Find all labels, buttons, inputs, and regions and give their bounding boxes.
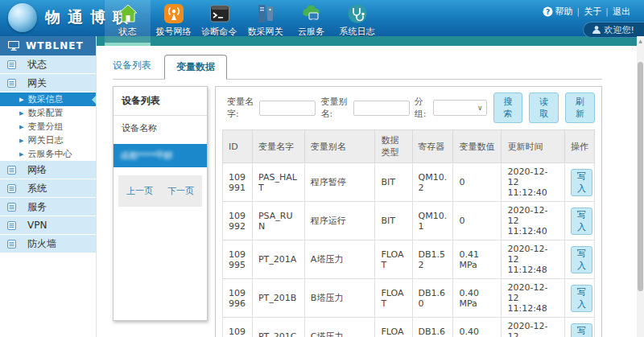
nav-item-拨号网络[interactable]: 拨号网络 <box>151 0 196 46</box>
search-button[interactable]: 搜索 <box>493 92 523 123</box>
sidebar-item-数采配置[interactable]: ▶数采配置 <box>0 106 96 120</box>
write-button[interactable]: 写入 <box>571 285 592 312</box>
column-header: 数据类型 <box>375 130 412 163</box>
table-cell: 109995 <box>223 240 253 279</box>
table-cell-action: 写入 <box>564 202 594 240</box>
sidebar-item-服务[interactable]: 服务 <box>0 198 96 216</box>
sidebar-item-label: VPN <box>27 220 47 231</box>
table-header-row: ID变量名字变量别名数据类型寄存器变量数值更新时间操作 <box>223 130 595 163</box>
table-cell-action: 写入 <box>564 318 594 337</box>
sidebar-item-label: 数采信息 <box>27 93 63 105</box>
refresh-button[interactable]: 刷新 <box>565 92 595 123</box>
link-separator: | <box>577 6 580 17</box>
column-header: 寄存器 <box>412 130 453 163</box>
signal-icon <box>163 3 184 24</box>
group-label: 分组: <box>415 96 431 120</box>
logout-link[interactable]: 退出 <box>613 6 630 18</box>
column-header: 变量别名 <box>304 130 375 163</box>
column-header: 操作 <box>564 130 594 163</box>
table-row: 109997PT_201CC塔压力FLOATDB1.680.40 MPa2020… <box>223 318 595 337</box>
welcome-text: 欢迎您! <box>605 24 634 36</box>
nav-item-系统日志[interactable]: 系统日志 <box>334 0 380 46</box>
nav-item-label: 状态 <box>119 26 137 38</box>
table-cell: BIT <box>375 163 412 202</box>
nav-item-云服务[interactable]: 云服务 <box>288 0 334 46</box>
table-cell: DB1.52 <box>412 240 453 279</box>
nav-item-状态[interactable]: 状态 <box>105 0 151 46</box>
document-icon <box>7 184 22 193</box>
group-select[interactable]: ∨ <box>433 100 486 116</box>
sidebar-item-label: 防火墙 <box>27 237 56 251</box>
read-button[interactable]: 读取 <box>529 92 559 123</box>
write-button[interactable]: 写入 <box>571 208 592 235</box>
nav-item-数采网关[interactable]: 数采网关 <box>242 0 288 46</box>
help-link[interactable]: ? 帮助 <box>543 6 573 18</box>
tab-variable-data[interactable]: 变量数据 <box>164 55 227 80</box>
write-button[interactable]: 写入 <box>571 169 592 196</box>
nav-item-label: 数采网关 <box>248 26 283 38</box>
sidebar-item-防火墙[interactable]: 防火墙 <box>0 235 96 253</box>
vertical-scrollbar[interactable]: ▲ <box>637 36 644 337</box>
nav-item-label: 系统日志 <box>340 26 375 38</box>
write-button[interactable]: 写入 <box>571 246 592 273</box>
sidebar-item-label: 数采配置 <box>27 107 63 119</box>
scrollbar-thumb[interactable] <box>638 62 643 291</box>
chevron-down-icon: ∨ <box>477 104 483 112</box>
filter-row: 变量名字: 变量别名: 分组: ∨ 搜索 读取 刷新 <box>216 87 601 128</box>
device-next-page-link[interactable]: 下一页 <box>167 185 194 197</box>
sidebar-item-系统[interactable]: 系统 <box>0 179 96 198</box>
column-header: 变量名字 <box>252 130 304 163</box>
cloud-icon <box>301 3 322 24</box>
table-cell: BIT <box>375 202 412 240</box>
sidebar-items: 状态网关▶数采信息▶数采配置▶变量分组▶网关日志▶云服务中心网络系统服务VPN防… <box>0 55 96 253</box>
nav-item-label: 拨号网络 <box>156 26 192 38</box>
server-icon <box>255 3 276 24</box>
document-icon <box>7 240 22 249</box>
triangle-right-icon: ▶ <box>19 151 23 158</box>
table-cell: DB1.60 <box>412 279 453 318</box>
link-separator: | <box>605 6 609 17</box>
tab-device-list[interactable]: 设备列表 <box>113 59 156 79</box>
table-cell: QM10.2 <box>412 163 453 202</box>
monitor-icon <box>8 41 19 51</box>
table-cell: 109991 <box>223 163 253 202</box>
sidebar-item-VPN[interactable]: VPN <box>0 216 96 235</box>
nav-item-诊断命令[interactable]: 诊断命令 <box>196 0 242 46</box>
device-panel-title: 设备列表 <box>114 87 207 116</box>
sidebar-item-label: 云服务中心 <box>27 148 72 160</box>
table-row: 109995PT_201AA塔压力FLOATDB1.520.41 MPa2020… <box>223 240 595 279</box>
sidebar-item-label: 网络 <box>27 163 47 177</box>
user-icon <box>592 25 601 35</box>
table-cell: 0 <box>453 202 502 240</box>
table-cell: 2020-12-12 11:12:40 <box>502 202 565 240</box>
table-cell-action: 写入 <box>564 279 594 318</box>
nav-item-label: 诊断命令 <box>202 26 237 38</box>
sidebar-item-云服务中心[interactable]: ▶云服务中心 <box>0 147 96 161</box>
sidebar-item-状态[interactable]: 状态 <box>0 55 96 74</box>
selected-device-item[interactable]: 成都****甲醇 <box>114 144 207 167</box>
table-cell: 0.40 MPa <box>453 279 502 318</box>
table-cell: PT_201A <box>252 240 304 279</box>
table-row: 109992PSA_RUN程序运行BITQM10.102020-12-12 11… <box>223 202 595 240</box>
var-alias-input[interactable] <box>353 101 410 116</box>
device-prev-page-link[interactable]: 上一页 <box>126 185 153 197</box>
about-link[interactable]: 关于 <box>584 6 601 18</box>
top-nav: 状态拨号网络诊断命令数采网关云服务系统日志 <box>105 0 380 46</box>
scroll-up-icon[interactable]: ▲ <box>637 38 644 43</box>
sidebar-item-变量分组[interactable]: ▶变量分组 <box>0 120 96 134</box>
welcome-badge[interactable]: 欢迎您! <box>583 22 644 38</box>
table-cell: B塔压力 <box>304 279 375 318</box>
sidebar-item-网关日志[interactable]: ▶网关日志 <box>0 134 96 147</box>
sidebar-item-网关[interactable]: 网关 <box>0 74 96 92</box>
sidebar-item-数采信息[interactable]: ▶数采信息 <box>0 92 96 106</box>
variables-table: ID变量名字变量别名数据类型寄存器变量数值更新时间操作 109991PAS_HA… <box>222 129 595 337</box>
var-name-input[interactable] <box>259 101 316 116</box>
sidebar-item-网络[interactable]: 网络 <box>0 161 96 179</box>
write-button[interactable]: 写入 <box>571 323 592 337</box>
home-icon <box>118 3 138 24</box>
variable-table-panel: 变量名字: 变量别名: 分组: ∨ 搜索 读取 刷新 ID变量名字变量别名数据类 <box>215 86 602 337</box>
table-cell: A塔压力 <box>304 240 375 279</box>
triangle-right-icon: ▶ <box>19 138 23 144</box>
table-cell: FLOAT <box>375 318 412 337</box>
help-icon: ? <box>543 6 553 17</box>
